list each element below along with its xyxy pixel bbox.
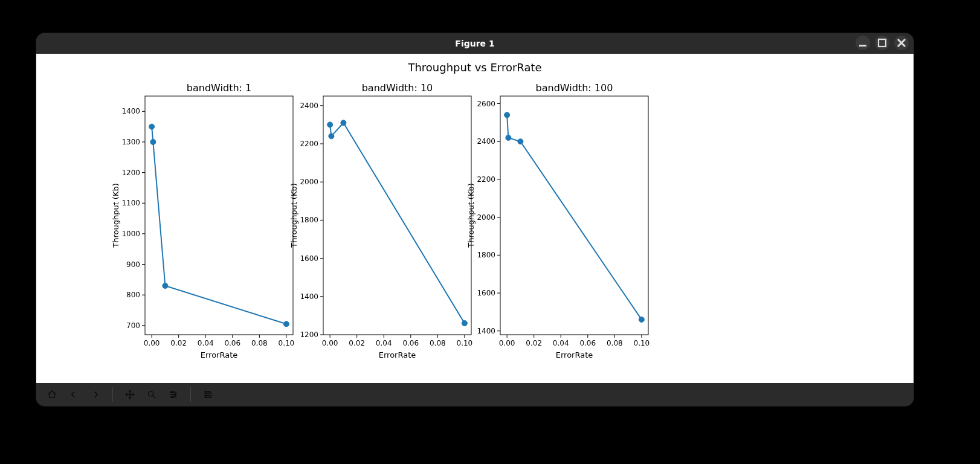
xtick-label: 0.00 bbox=[499, 339, 515, 347]
svg-point-48 bbox=[171, 392, 173, 393]
data-marker bbox=[518, 139, 523, 144]
zoom-icon bbox=[147, 390, 156, 399]
ytick-label: 800 bbox=[126, 291, 140, 299]
maximize-icon bbox=[875, 36, 889, 50]
xtick-label: 0.06 bbox=[402, 339, 419, 347]
sliders-icon bbox=[169, 390, 178, 399]
ytick-label: 1600 bbox=[300, 254, 318, 263]
chart-2: 0.000.020.040.060.080.101400160018002000… bbox=[465, 80, 653, 364]
svg-rect-4 bbox=[145, 96, 293, 335]
x-axis-label: ErrorRate bbox=[379, 350, 416, 359]
minimize-icon bbox=[856, 36, 870, 50]
xtick-label: 0.04 bbox=[376, 339, 392, 347]
xtick-label: 0.02 bbox=[526, 339, 542, 347]
figure-window: Figure 1 Throughput vs ErrorRate 0.000.0… bbox=[36, 33, 914, 406]
ytick-label: 2400 bbox=[477, 137, 495, 146]
minimize-button[interactable] bbox=[856, 36, 870, 50]
svg-rect-19 bbox=[323, 96, 471, 335]
ytick-label: 1400 bbox=[300, 292, 318, 301]
move-icon bbox=[125, 390, 135, 399]
titlebar: Figure 1 bbox=[36, 33, 914, 54]
subplots-button[interactable] bbox=[165, 386, 182, 403]
ytick-label: 1600 bbox=[477, 289, 495, 297]
home-icon bbox=[47, 390, 57, 399]
ytick-label: 2200 bbox=[300, 140, 318, 148]
xtick-label: 0.08 bbox=[251, 339, 268, 347]
y-axis-label: Throughput (Kb) bbox=[289, 183, 298, 248]
xtick-label: 0.06 bbox=[579, 339, 596, 347]
forward-button[interactable] bbox=[87, 386, 104, 403]
arrow-left-icon bbox=[69, 390, 79, 399]
zoom-button[interactable] bbox=[143, 386, 160, 403]
ytick-label: 2000 bbox=[477, 213, 495, 222]
xtick-label: 0.04 bbox=[553, 339, 569, 347]
ytick-label: 1200 bbox=[121, 169, 140, 177]
subplot-title: bandWidth: 1 bbox=[187, 82, 251, 94]
ytick-label: 2600 bbox=[477, 100, 495, 108]
xtick-label: 0.00 bbox=[322, 339, 338, 347]
svg-point-49 bbox=[174, 394, 176, 396]
ytick-label: 2000 bbox=[300, 178, 318, 186]
figure-canvas: Throughput vs ErrorRate 0.000.020.040.06… bbox=[36, 54, 914, 383]
save-icon bbox=[203, 390, 213, 399]
data-marker bbox=[639, 317, 644, 322]
ytick-label: 2400 bbox=[300, 102, 318, 110]
x-axis-label: ErrorRate bbox=[201, 350, 238, 359]
window-title: Figure 1 bbox=[455, 39, 494, 48]
xtick-label: 0.02 bbox=[170, 339, 187, 347]
data-line bbox=[152, 127, 286, 324]
ytick-label: 1400 bbox=[477, 327, 495, 335]
back-button[interactable] bbox=[65, 386, 82, 403]
ytick-label: 2200 bbox=[477, 175, 495, 184]
ytick-label: 1300 bbox=[121, 138, 140, 146]
ytick-label: 700 bbox=[126, 321, 140, 330]
data-marker bbox=[149, 124, 155, 129]
matplotlib-toolbar bbox=[36, 383, 914, 406]
ytick-label: 1400 bbox=[121, 107, 140, 115]
svg-rect-33 bbox=[500, 96, 648, 335]
save-button[interactable] bbox=[199, 386, 216, 403]
y-axis-label: Throughput (Kb) bbox=[111, 183, 120, 248]
data-marker bbox=[163, 283, 168, 288]
xtick-label: 0.04 bbox=[198, 339, 214, 347]
svg-point-47 bbox=[149, 392, 153, 396]
maximize-button[interactable] bbox=[875, 36, 889, 50]
data-line bbox=[330, 123, 465, 323]
xtick-label: 0.08 bbox=[607, 339, 623, 347]
subplot-title: bandWidth: 100 bbox=[536, 82, 613, 94]
ytick-label: 1200 bbox=[300, 330, 318, 339]
data-line bbox=[507, 115, 642, 320]
y-axis-label: Throughput (Kb) bbox=[466, 183, 475, 248]
data-marker bbox=[505, 112, 510, 118]
ytick-label: 1100 bbox=[121, 199, 140, 207]
xtick-label: 0.06 bbox=[224, 339, 240, 347]
x-axis-label: ErrorRate bbox=[556, 350, 593, 359]
data-marker bbox=[150, 139, 156, 144]
toolbar-separator bbox=[190, 387, 191, 402]
chart-0: 0.000.020.040.060.080.107008009001000110… bbox=[110, 80, 298, 364]
ytick-label: 1800 bbox=[300, 216, 318, 224]
close-icon bbox=[894, 36, 909, 50]
ytick-label: 1000 bbox=[121, 230, 140, 238]
svg-rect-1 bbox=[878, 39, 886, 47]
data-marker bbox=[341, 120, 346, 126]
figure-suptitle: Throughput vs ErrorRate bbox=[36, 61, 914, 74]
xtick-label: 0.08 bbox=[430, 339, 446, 347]
chart-1: 0.000.020.040.060.080.101200140016001800… bbox=[288, 80, 476, 364]
arrow-right-icon bbox=[91, 390, 100, 399]
ytick-label: 1800 bbox=[477, 251, 495, 259]
xtick-label: 0.00 bbox=[144, 339, 160, 347]
toolbar-separator bbox=[112, 387, 113, 402]
data-marker bbox=[327, 122, 333, 127]
data-marker bbox=[329, 134, 334, 139]
xtick-label: 0.10 bbox=[634, 339, 650, 347]
subplot-title: bandWidth: 10 bbox=[362, 82, 433, 94]
pan-button[interactable] bbox=[121, 386, 138, 403]
close-button[interactable] bbox=[894, 36, 909, 50]
home-button[interactable] bbox=[44, 386, 60, 403]
svg-point-50 bbox=[172, 396, 173, 398]
data-marker bbox=[506, 135, 511, 140]
ytick-label: 900 bbox=[126, 260, 140, 269]
xtick-label: 0.02 bbox=[349, 339, 365, 347]
window-controls bbox=[856, 36, 909, 50]
